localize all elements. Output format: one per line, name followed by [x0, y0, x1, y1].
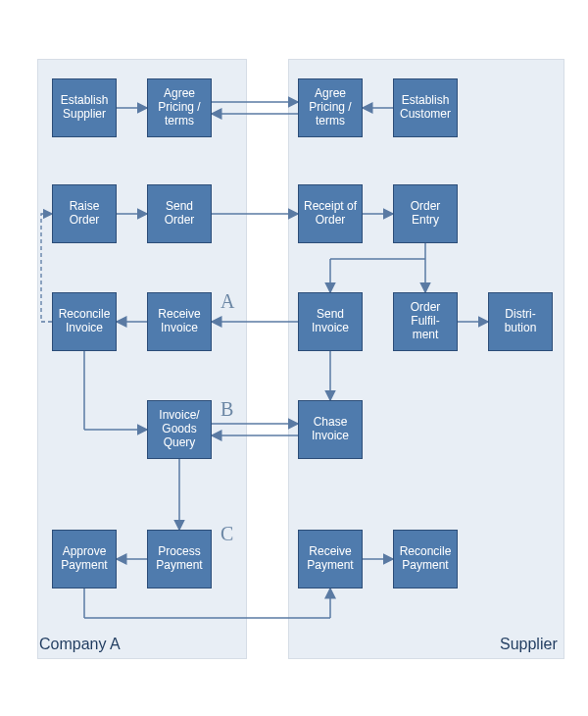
node-approve-payment: Approve Payment [52, 530, 117, 588]
node-order-fulfilment: Order Fulfil- ment [393, 292, 458, 351]
label: Raise Order [56, 200, 113, 228]
node-reconcile-payment: Reconcile Payment [393, 530, 458, 588]
node-send-order: Send Order [147, 184, 212, 243]
label: Establish Supplier [56, 94, 113, 122]
label: Establish Customer [397, 94, 454, 122]
node-agree-terms-left: Agree Pricing / terms [147, 78, 212, 137]
node-chase-invoice: Chase Invoice [298, 400, 363, 459]
node-agree-terms-right: Agree Pricing / terms [298, 78, 363, 137]
label: Send Order [151, 200, 208, 228]
lane-label-company-a: Company A [39, 636, 121, 653]
node-raise-order: Raise Order [52, 184, 117, 243]
badge-a: A [220, 290, 234, 313]
node-receive-invoice: Receive Invoice [147, 292, 212, 351]
label: Chase Invoice [302, 416, 359, 443]
label: Agree Pricing / terms [151, 87, 208, 128]
label: Invoice/ Goods Query [151, 409, 208, 449]
node-invoice-goods-query: Invoice/ Goods Query [147, 400, 212, 459]
node-send-invoice: Send Invoice [298, 292, 363, 351]
badge-b: B [220, 398, 233, 421]
node-establish-customer: Establish Customer [393, 78, 458, 137]
label: Reconcile Payment [397, 545, 454, 573]
label: Order Entry [397, 200, 454, 228]
label: Receive Payment [302, 545, 359, 573]
node-order-entry: Order Entry [393, 184, 458, 243]
label: Reconcile Invoice [56, 308, 113, 335]
lane-label-supplier: Supplier [500, 636, 558, 653]
label: Send Invoice [302, 308, 359, 335]
node-establish-supplier: Establish Supplier [52, 78, 117, 137]
label: Agree Pricing / terms [302, 87, 359, 128]
node-receipt-of-order: Receipt of Order [298, 184, 363, 243]
node-process-payment: Process Payment [147, 530, 212, 588]
node-distribution: Distri- bution [488, 292, 553, 351]
label: Distri- bution [492, 308, 549, 335]
label: Order Fulfil- ment [397, 301, 454, 341]
label: Receive Invoice [151, 308, 208, 335]
node-receive-payment: Receive Payment [298, 530, 363, 588]
label: Receipt of Order [302, 200, 359, 228]
label: Approve Payment [56, 545, 113, 573]
label: Process Payment [151, 545, 208, 573]
node-reconcile-invoice: Reconcile Invoice [52, 292, 117, 351]
badge-c: C [220, 523, 233, 545]
